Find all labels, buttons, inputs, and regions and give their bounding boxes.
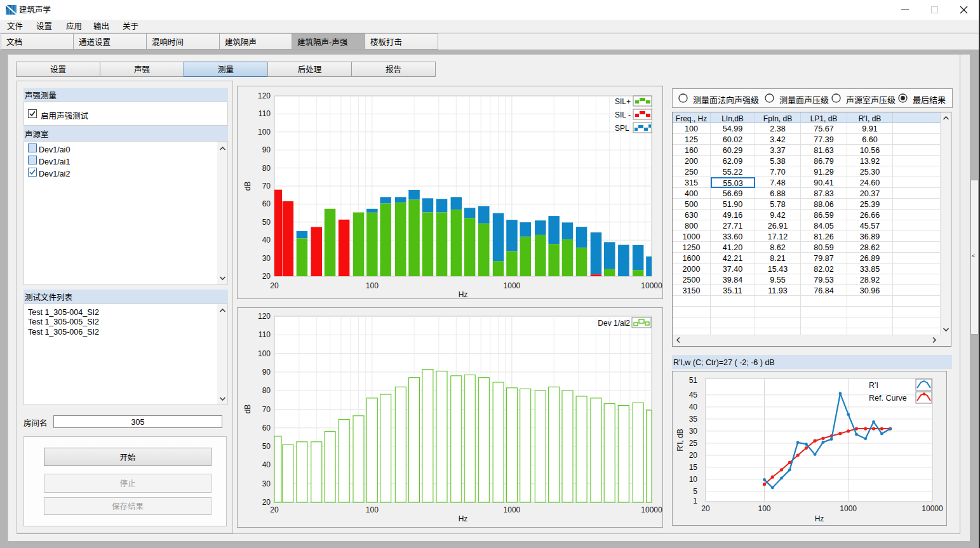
svg-text:20: 20	[262, 272, 271, 281]
svg-text:20: 20	[262, 498, 271, 507]
svg-text:1000: 1000	[504, 281, 521, 290]
svg-text:30: 30	[689, 427, 698, 436]
svg-text:Dev 1/ai2: Dev 1/ai2	[598, 319, 630, 328]
svg-text:100: 100	[366, 505, 379, 514]
svg-text:110: 110	[258, 109, 271, 118]
svg-text:20: 20	[701, 504, 710, 513]
svg-text:Hz: Hz	[459, 514, 468, 523]
svg-text:5: 5	[693, 487, 697, 496]
svg-text:R'I, dB: R'I, dB	[676, 429, 685, 451]
svg-text:20: 20	[689, 451, 698, 460]
svg-text:30: 30	[262, 254, 271, 263]
svg-text:10000: 10000	[641, 505, 662, 514]
svg-text:dB: dB	[243, 404, 252, 414]
svg-text:60: 60	[262, 424, 271, 432]
svg-text:80: 80	[262, 164, 271, 173]
svg-text:70: 70	[262, 405, 271, 414]
svg-text:Hz: Hz	[815, 514, 824, 523]
svg-text:100: 100	[258, 128, 271, 137]
svg-text:120: 120	[258, 91, 271, 100]
svg-text:51: 51	[689, 376, 698, 385]
svg-text:50: 50	[262, 442, 271, 451]
svg-text:dB: dB	[243, 182, 252, 191]
svg-text:30: 30	[262, 479, 271, 488]
svg-text:10000: 10000	[641, 281, 662, 290]
svg-text:100: 100	[258, 349, 271, 358]
svg-text:20: 20	[270, 281, 279, 290]
svg-text:1: 1	[693, 497, 697, 505]
svg-text:R'I: R'I	[869, 381, 878, 390]
svg-text:100: 100	[758, 504, 770, 513]
svg-text:25: 25	[689, 439, 698, 448]
svg-text:15: 15	[689, 463, 698, 472]
svg-text:1000: 1000	[504, 505, 521, 514]
svg-text:20: 20	[270, 505, 279, 514]
svg-text:50: 50	[262, 218, 271, 227]
svg-text:SIL -: SIL -	[615, 110, 631, 119]
svg-text:80: 80	[262, 386, 271, 395]
svg-text:SIL+: SIL+	[615, 97, 631, 106]
svg-text:110: 110	[258, 330, 271, 339]
svg-text:SPL: SPL	[615, 124, 629, 133]
svg-text:120: 120	[258, 312, 271, 321]
svg-text:70: 70	[262, 182, 271, 190]
svg-text:45: 45	[689, 391, 698, 399]
svg-text:10: 10	[689, 475, 698, 484]
svg-text:Hz: Hz	[459, 290, 468, 299]
svg-text:40: 40	[262, 460, 271, 469]
svg-text:90: 90	[262, 368, 271, 377]
svg-text:1000: 1000	[840, 504, 857, 513]
svg-text:10000: 10000	[922, 504, 943, 513]
svg-text:100: 100	[366, 281, 379, 290]
svg-text:Ref. Curve: Ref. Curve	[869, 394, 907, 403]
svg-text:90: 90	[262, 145, 271, 154]
svg-text:60: 60	[262, 199, 271, 208]
svg-text:40: 40	[689, 403, 698, 411]
svg-text:35: 35	[689, 415, 698, 424]
svg-text:40: 40	[262, 236, 271, 244]
